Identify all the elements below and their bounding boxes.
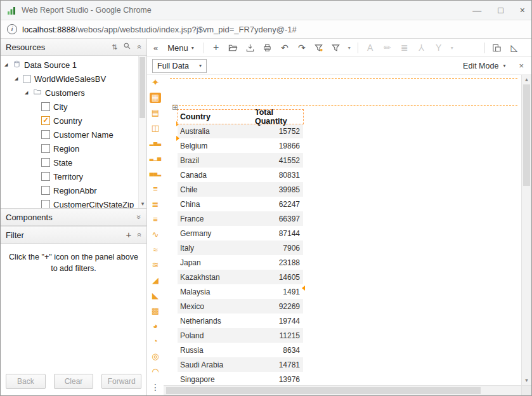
- chevron-down-icon[interactable]: ▾: [503, 63, 505, 69]
- arc-chart-icon[interactable]: ◠: [150, 367, 161, 377]
- quantity-cell[interactable]: 41552: [255, 153, 303, 168]
- align-icon[interactable]: ≣: [397, 41, 412, 55]
- report-table[interactable]: ⊞ Country Total Quantity Australia15752 …: [178, 110, 303, 385]
- expander-icon[interactable]: ◢: [4, 62, 10, 67]
- tree-item-region[interactable]: Region: [1, 142, 146, 155]
- page-info-icon[interactable]: i: [7, 24, 17, 34]
- quantity-cell[interactable]: 11215: [255, 328, 303, 343]
- country-cell[interactable]: Kazakhstan: [178, 270, 255, 284]
- quantity-cell[interactable]: 14781: [255, 357, 303, 372]
- country-cell[interactable]: Italy: [178, 241, 255, 255]
- checkbox-unchecked[interactable]: [41, 102, 50, 111]
- clear-button[interactable]: Clear: [54, 374, 94, 389]
- expander-icon[interactable]: ◢: [15, 76, 20, 81]
- redo-icon[interactable]: ↷: [294, 41, 309, 55]
- search-icon[interactable]: [123, 42, 131, 52]
- checkbox-unchecked[interactable]: [41, 130, 50, 139]
- print-icon[interactable]: [260, 41, 275, 55]
- filter-menu-caret-icon[interactable]: ▾: [346, 41, 353, 55]
- close-button[interactable]: ×: [520, 6, 525, 15]
- expander-icon[interactable]: ◢: [25, 90, 30, 95]
- country-cell[interactable]: Belgium: [178, 138, 255, 153]
- collapse-panel-icon[interactable]: »: [136, 233, 143, 237]
- new-component-button[interactable]: +: [209, 41, 224, 55]
- area-chart-icon[interactable]: ◢: [150, 275, 161, 286]
- tree-item-customer-name[interactable]: Customer Name: [1, 128, 146, 142]
- quantity-cell[interactable]: 19744: [255, 314, 303, 328]
- address-bar[interactable]: i localhost:8888/webos/app/webstudio/ind…: [1, 20, 531, 39]
- horizontal-scrollbar-thumb[interactable]: [166, 387, 481, 394]
- heatmap-chart-icon[interactable]: ▩: [150, 306, 161, 316]
- quantity-cell[interactable]: 80831: [255, 168, 303, 182]
- tree-item-state[interactable]: State: [1, 155, 146, 169]
- tree-item-city[interactable]: City: [1, 100, 146, 114]
- page-layout-icon[interactable]: [490, 41, 505, 55]
- summary-table-icon[interactable]: ▤: [150, 108, 161, 118]
- back-button[interactable]: Back: [6, 374, 46, 389]
- donut-chart-icon[interactable]: ◎: [150, 352, 161, 362]
- scroll-down-icon[interactable]: ▾: [139, 200, 146, 208]
- add-filter-icon[interactable]: +: [126, 230, 132, 239]
- collapse-toolbar-icon[interactable]: «: [151, 43, 160, 53]
- collapse-panel-icon[interactable]: »: [136, 45, 143, 50]
- quantity-cell[interactable]: 14605: [255, 270, 303, 284]
- checkbox-unchecked[interactable]: [41, 186, 50, 195]
- more-options-caret-icon[interactable]: ▾: [448, 41, 456, 55]
- report-canvas[interactable]: ⊞ Country Total Quantity Australia15752 …: [164, 75, 521, 385]
- sort-icon[interactable]: ⇅: [112, 43, 117, 51]
- quantity-cell[interactable]: 39985: [255, 182, 303, 197]
- country-cell[interactable]: Russia: [178, 343, 255, 357]
- area-chart-2-icon[interactable]: ◣: [150, 291, 161, 301]
- column-chart-3-icon[interactable]: ▅▅▂: [150, 169, 161, 179]
- checkbox-checked[interactable]: ✓: [41, 116, 50, 125]
- column-header-country[interactable]: Country: [178, 110, 255, 124]
- line-chart-3-icon[interactable]: ≋: [150, 260, 161, 270]
- components-panel-header[interactable]: Components »: [1, 208, 146, 226]
- filter-field-icon[interactable]: Y: [431, 41, 446, 55]
- country-cell[interactable]: Malaysia: [178, 284, 255, 299]
- format-icon[interactable]: ✏: [380, 41, 395, 55]
- undo-icon[interactable]: ↶: [277, 41, 292, 55]
- url-text[interactable]: localhost:8888/webos/app/webstudio/index…: [22, 25, 297, 34]
- country-cell[interactable]: Poland: [178, 328, 255, 343]
- filter-icon[interactable]: [328, 41, 344, 55]
- quantity-cell[interactable]: 7906: [255, 241, 303, 255]
- quantity-cell[interactable]: 87144: [255, 226, 303, 241]
- tree-scrollbar[interactable]: ▾: [138, 56, 146, 208]
- quantity-cell[interactable]: 19866: [255, 138, 303, 153]
- crosstab-icon[interactable]: ◫: [150, 123, 161, 133]
- quantity-cell[interactable]: 92269: [255, 299, 303, 314]
- quantity-cell[interactable]: 8634: [255, 343, 303, 357]
- tree-item-customers[interactable]: ◢ Customers: [1, 86, 146, 100]
- quantity-cell[interactable]: 15752: [255, 124, 303, 138]
- country-cell[interactable]: Brazil: [178, 153, 255, 168]
- pie-chart-icon[interactable]: ◕: [150, 321, 161, 331]
- horizontal-scrollbar[interactable]: [164, 385, 521, 395]
- bar-chart-icon[interactable]: ≡: [150, 184, 161, 194]
- font-color-icon[interactable]: A: [363, 41, 378, 55]
- bar-chart-3-icon[interactable]: ≡: [150, 214, 161, 225]
- open-icon[interactable]: [226, 41, 241, 55]
- country-cell[interactable]: Canada: [178, 168, 255, 182]
- tree-item-country[interactable]: ✓ Country: [1, 114, 146, 128]
- tree-item-territory[interactable]: Territory: [1, 169, 146, 183]
- quantity-cell[interactable]: 13976: [255, 372, 303, 385]
- tree-item-data-source[interactable]: ◢ Data Source 1: [1, 58, 146, 72]
- column-chart-2-icon[interactable]: ▃▁▅: [150, 154, 161, 164]
- column-header-total-quantity[interactable]: Total Quantity: [255, 110, 303, 124]
- filter-formula-icon[interactable]: [311, 41, 327, 55]
- quantity-cell[interactable]: 23188: [255, 255, 303, 270]
- country-cell[interactable]: Netherlands: [178, 314, 255, 328]
- more-icon[interactable]: ⋮: [150, 382, 161, 392]
- table-header-row[interactable]: Country Total Quantity: [178, 110, 303, 124]
- tree-item-regionabbr[interactable]: RegionAbbr: [1, 183, 146, 197]
- line-chart-2-icon[interactable]: ≈: [150, 245, 161, 255]
- tree-scrollbar-thumb[interactable]: [139, 57, 145, 118]
- pie-chart-2-icon[interactable]: ◔: [150, 336, 161, 346]
- country-cell[interactable]: Chile: [178, 182, 255, 197]
- checkbox-unchecked[interactable]: [41, 144, 50, 153]
- page-orientation-icon[interactable]: ◺: [507, 41, 522, 55]
- maximize-button[interactable]: □: [498, 6, 503, 15]
- move-handle-icon[interactable]: ⊞: [172, 103, 178, 111]
- quantity-cell[interactable]: 1491: [255, 284, 303, 299]
